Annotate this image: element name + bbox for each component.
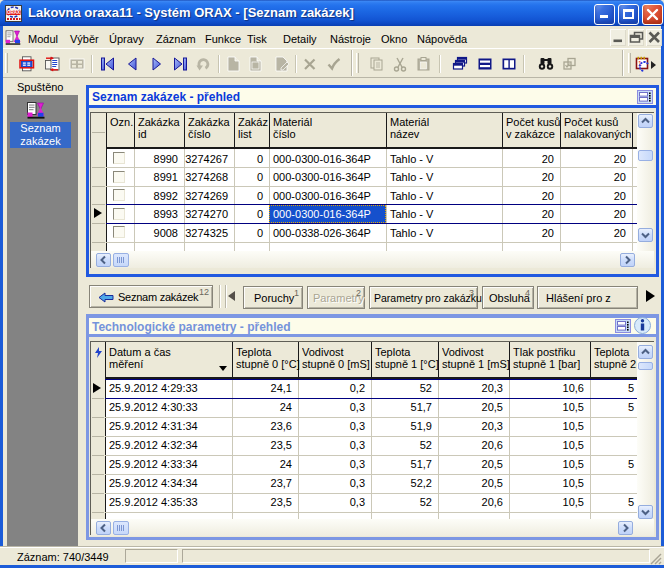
svg-text:ORAX: ORAX — [7, 10, 20, 15]
